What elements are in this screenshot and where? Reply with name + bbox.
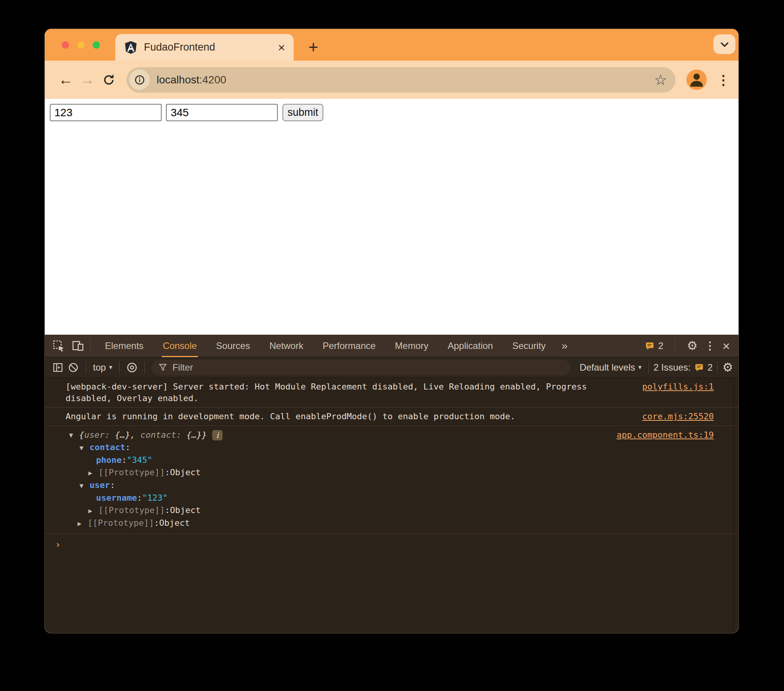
source-link[interactable]: polyfills.js:1 [642,381,714,393]
browser-tab[interactable]: FudaoFrontend × [115,34,294,61]
phone-input[interactable] [166,104,278,121]
tab-title: FudaoFrontend [144,41,278,53]
live-expression-eye-icon[interactable] [124,360,140,375]
tab-strip: FudaoFrontend × + [45,29,738,61]
filter-placeholder: Filter [172,362,193,373]
console-settings-icon[interactable]: ⚙ [722,361,733,373]
log-levels-dropdown[interactable]: Default levels▾ [580,362,642,373]
expand-arrow-icon[interactable]: ▼ [69,429,79,441]
site-info-button[interactable] [129,69,150,90]
tab-application[interactable]: Application [438,335,502,357]
devtools-tabbar: Elements Console Sources Network Perform… [45,335,738,357]
tree-row-prototype[interactable]: ▶ [[Prototype]]: Object [45,466,714,479]
divider [717,361,718,374]
expand-arrow-icon[interactable]: ▼ [79,442,90,454]
source-link[interactable]: app.component.ts:19 [617,429,714,441]
bookmark-star-icon[interactable]: ☆ [654,73,667,87]
console-sidebar-toggle-icon[interactable] [50,360,66,375]
tab-sources[interactable]: Sources [206,335,260,357]
tab-performance[interactable]: Performance [313,335,385,357]
devtools-close-icon[interactable]: × [722,339,730,352]
console-message: [webpack-dev-server] Server started: Hot… [45,378,738,408]
chevron-down-icon [719,39,730,49]
tab-network[interactable]: Network [260,335,313,357]
divider [144,361,145,374]
tab-security[interactable]: Security [503,335,556,357]
minimize-window-button[interactable] [77,41,84,49]
chevron-down-icon: ▾ [109,363,112,371]
tree-row-prototype[interactable]: ▶ [[Prototype]]: Object [45,517,714,530]
divider [86,361,86,374]
browser-toolbar: ← → localhost:4200 ☆ [45,61,738,99]
tab-close-icon[interactable]: × [278,41,285,54]
new-tab-button[interactable]: + [302,36,324,58]
info-badge-icon: i [212,430,223,440]
devtools-panel: Elements Console Sources Network Perform… [45,335,738,633]
tree-row-phone: phone: "345" [45,454,714,466]
console-prompt[interactable]: › [45,534,738,550]
url-text[interactable]: localhost:4200 [157,74,654,86]
javascript-context-dropdown[interactable]: top▾ [93,362,112,373]
browser-window: FudaoFrontend × + ← → [44,29,739,633]
tree-row-username: username: "123" [45,492,714,504]
more-tabs-button[interactable]: » [555,340,574,352]
window-controls [62,29,100,61]
close-window-button[interactable] [62,41,69,49]
tab-search-button[interactable] [713,34,735,54]
page-content: submit [45,99,738,335]
person-icon [686,69,707,90]
source-link[interactable]: core.mjs:25520 [642,411,714,422]
profile-avatar[interactable] [686,69,707,90]
console-toolbar: top▾ Filter Default levels▾ [45,357,738,378]
username-input[interactable] [50,104,162,121]
collapsed-arrow-icon[interactable]: ▶ [88,505,98,517]
tab-memory[interactable]: Memory [385,335,438,357]
chevron-down-icon: ▾ [638,363,642,371]
console-message: Angular is running in development mode. … [45,408,738,426]
divider [675,340,675,352]
issues-bubble-icon [694,362,704,373]
angular-favicon-icon [124,41,138,54]
devtools-menu-icon[interactable]: ⋮ [705,339,715,352]
scrollbar-gutter[interactable] [733,378,734,633]
divider [90,340,91,352]
device-toolbar-icon[interactable] [70,338,86,354]
tab-elements[interactable]: Elements [95,335,153,357]
filter-funnel-icon [158,362,168,373]
console-filter-input[interactable]: Filter [152,360,570,375]
tab-console[interactable]: Console [153,335,206,357]
tree-row-prototype[interactable]: ▶ [[Prototype]]: Object [45,504,714,517]
issues-bubble-icon [645,341,655,351]
zoom-window-button[interactable] [93,41,100,49]
console-output: [webpack-dev-server] Server started: Hot… [45,378,738,633]
expand-arrow-icon[interactable]: ▼ [79,479,90,492]
submit-button[interactable]: submit [282,104,323,121]
prompt-chevron-icon: › [55,539,61,550]
inspect-element-icon[interactable] [51,338,66,354]
issues-link[interactable]: 2 Issues: 2 [654,362,713,373]
issues-counter[interactable]: 2 [645,340,663,351]
console-object-log: ▼ {user: {…}, contact: {…}} i app.compon… [45,426,738,534]
divider [119,361,120,374]
back-button[interactable]: ← [55,69,76,91]
address-bar[interactable]: localhost:4200 ☆ [127,67,676,93]
tree-row-contact[interactable]: ▼ contact: [45,441,714,454]
devtools-settings-icon[interactable]: ⚙ [687,340,698,352]
object-preview[interactable]: {user: {…}, contact: {…}} [79,429,207,441]
divider [649,361,649,374]
reload-button[interactable] [98,69,120,91]
tree-row-user[interactable]: ▼ user: [45,479,714,492]
clear-console-icon[interactable] [66,360,81,375]
collapsed-arrow-icon[interactable]: ▶ [88,467,98,479]
forward-button[interactable]: → [76,69,98,91]
collapsed-arrow-icon[interactable]: ▶ [78,517,88,530]
browser-menu-button[interactable]: ⋮ [717,72,728,88]
